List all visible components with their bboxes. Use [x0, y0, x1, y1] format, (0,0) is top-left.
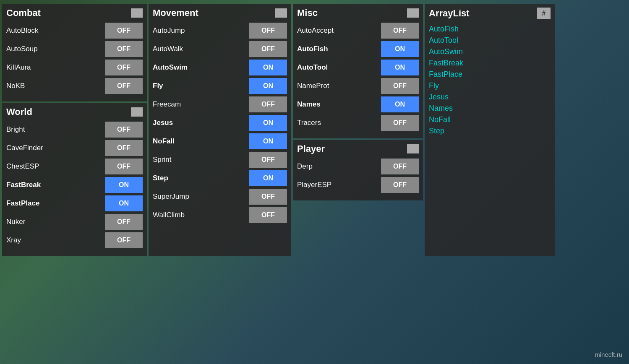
- combat-panel: Combat AutoBlockOFFAutoSoupOFFKillAuraOF…: [2, 4, 147, 101]
- module-toggle-btn[interactable]: ON: [381, 96, 419, 112]
- movement-panel: Movement AutoJumpOFFAutoWalkOFFAutoSwimO…: [149, 4, 291, 256]
- module-toggle-btn[interactable]: OFF: [249, 23, 287, 39]
- ui-container: Combat AutoBlockOFFAutoSoupOFFKillAuraOF…: [2, 4, 555, 256]
- player-toggle[interactable]: [407, 144, 419, 153]
- module-row: StepON: [153, 170, 287, 186]
- module-row: NameProtOFF: [297, 78, 419, 94]
- module-name: NameProt: [297, 82, 329, 90]
- module-toggle-btn[interactable]: OFF: [381, 159, 419, 174]
- module-row: ChestESPOFF: [6, 159, 143, 174]
- module-name: KillAura: [6, 63, 31, 72]
- module-name: Step: [153, 174, 168, 182]
- module-name: AutoJump: [153, 26, 185, 35]
- module-row: XrayOFF: [6, 232, 143, 248]
- module-row: SprintOFF: [153, 152, 287, 168]
- module-toggle-btn[interactable]: OFF: [105, 41, 143, 57]
- module-toggle-btn[interactable]: OFF: [105, 23, 143, 39]
- module-name: AutoSwim: [153, 63, 188, 72]
- combat-modules-list: AutoBlockOFFAutoSoupOFFKillAuraOFFNoKBOF…: [6, 23, 143, 94]
- module-name: CaveFinder: [6, 144, 43, 152]
- module-toggle-btn[interactable]: OFF: [249, 41, 287, 57]
- player-panel: Player DerpOFFPlayerESPOFF: [293, 140, 423, 200]
- module-toggle-btn[interactable]: OFF: [381, 23, 419, 39]
- misc-toggle[interactable]: [407, 8, 419, 18]
- movement-title: Movement: [153, 8, 198, 18]
- module-row: AutoWalkOFF: [153, 41, 287, 57]
- arraylist-item: FastPlace: [429, 69, 551, 80]
- module-row: AutoAcceptOFF: [297, 23, 419, 39]
- module-name: NoKB: [6, 82, 25, 90]
- module-name: Xray: [6, 236, 21, 244]
- arraylist-hash-btn[interactable]: #: [537, 8, 551, 19]
- world-toggle[interactable]: [131, 107, 143, 117]
- arraylist-item: Step: [429, 125, 551, 137]
- module-toggle-btn[interactable]: ON: [105, 177, 143, 193]
- module-row: AutoSwimON: [153, 60, 287, 75]
- module-row: DerpOFF: [297, 159, 419, 174]
- player-header: Player: [297, 143, 419, 154]
- module-name: AutoFish: [297, 45, 328, 53]
- module-name: AutoAccept: [297, 26, 334, 35]
- module-name: Derp: [297, 162, 313, 171]
- arraylist-panel: ArrayList # AutoFishAutoToolAutoSwimFast…: [425, 4, 555, 256]
- module-row: FreecamOFF: [153, 96, 287, 112]
- module-toggle-btn[interactable]: OFF: [105, 214, 143, 230]
- module-row: AutoBlockOFF: [6, 23, 143, 39]
- module-toggle-btn[interactable]: ON: [249, 170, 287, 186]
- watermark: minecft.ru: [595, 351, 622, 358]
- module-toggle-btn[interactable]: OFF: [381, 115, 419, 131]
- module-row: BrightOFF: [6, 122, 143, 138]
- module-toggle-btn[interactable]: OFF: [105, 159, 143, 174]
- module-toggle-btn[interactable]: OFF: [249, 207, 287, 223]
- module-name: ChestESP: [6, 162, 39, 171]
- world-panel: World BrightOFFCaveFinderOFFChestESPOFFF…: [2, 103, 147, 256]
- module-name: Bright: [6, 125, 25, 134]
- module-name: PlayerESP: [297, 181, 331, 189]
- module-name: Tracers: [297, 119, 321, 127]
- module-row: AutoJumpOFF: [153, 23, 287, 39]
- movement-toggle[interactable]: [275, 8, 287, 18]
- world-modules-list: BrightOFFCaveFinderOFFChestESPOFFFastBre…: [6, 122, 143, 248]
- module-toggle-btn[interactable]: ON: [249, 133, 287, 149]
- arraylist-item: Names: [429, 103, 551, 114]
- module-row: AutoFishON: [297, 41, 419, 57]
- misc-title: Misc: [297, 8, 318, 18]
- module-toggle-btn[interactable]: OFF: [249, 189, 287, 205]
- module-name: Sprint: [153, 156, 171, 164]
- module-toggle-btn[interactable]: OFF: [249, 96, 287, 112]
- movement-modules-list: AutoJumpOFFAutoWalkOFFAutoSwimONFlyONFre…: [153, 23, 287, 223]
- module-name: Nuker: [6, 218, 25, 226]
- module-toggle-btn[interactable]: ON: [249, 115, 287, 131]
- misc-header: Misc: [297, 8, 419, 18]
- combat-toggle[interactable]: [131, 8, 143, 18]
- module-toggle-btn[interactable]: ON: [249, 60, 287, 75]
- module-name: FastBreak: [6, 181, 41, 189]
- module-row: NamesON: [297, 96, 419, 112]
- arraylist-item: AutoTool: [429, 35, 551, 46]
- arraylist-item: Fly: [429, 80, 551, 91]
- module-toggle-btn[interactable]: OFF: [249, 152, 287, 168]
- module-toggle-btn[interactable]: OFF: [105, 122, 143, 138]
- module-row: FastPlaceON: [6, 195, 143, 211]
- module-toggle-btn[interactable]: OFF: [105, 232, 143, 248]
- combat-title: Combat: [6, 8, 41, 18]
- world-title: World: [6, 107, 32, 117]
- module-name: AutoBlock: [6, 26, 39, 35]
- module-toggle-btn[interactable]: OFF: [381, 177, 419, 193]
- module-toggle-btn[interactable]: OFF: [105, 60, 143, 75]
- arraylist-item: AutoFish: [429, 23, 551, 35]
- module-row: JesusON: [153, 115, 287, 131]
- module-toggle-btn[interactable]: ON: [105, 195, 143, 211]
- module-toggle-btn[interactable]: OFF: [381, 78, 419, 94]
- module-toggle-btn[interactable]: OFF: [105, 78, 143, 94]
- module-name: SuperJump: [153, 192, 189, 201]
- arraylist-item: Jesus: [429, 91, 551, 103]
- module-toggle-btn[interactable]: OFF: [105, 140, 143, 156]
- module-toggle-btn[interactable]: ON: [249, 78, 287, 94]
- player-modules-list: DerpOFFPlayerESPOFF: [297, 159, 419, 193]
- module-name: NoFall: [153, 137, 175, 146]
- module-name: FastPlace: [6, 199, 39, 208]
- module-toggle-btn[interactable]: ON: [381, 41, 419, 57]
- module-toggle-btn[interactable]: ON: [381, 60, 419, 75]
- world-header: World: [6, 107, 143, 117]
